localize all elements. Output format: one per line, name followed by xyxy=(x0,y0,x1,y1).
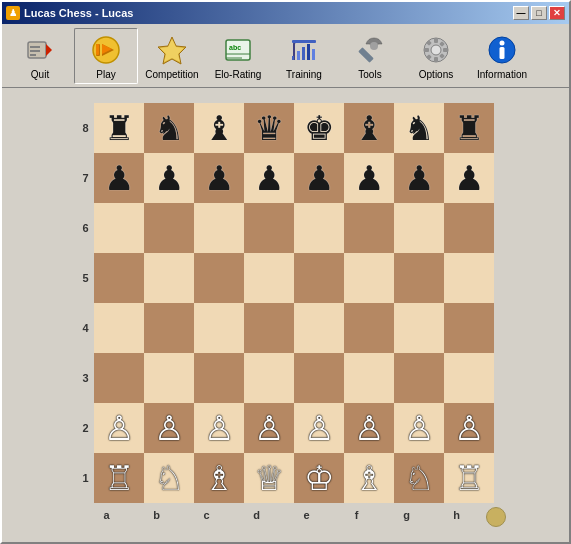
piece-f1: ♗ xyxy=(354,461,384,495)
square-c2[interactable]: ♙ xyxy=(194,403,244,453)
square-d8[interactable]: ♛ xyxy=(244,103,294,153)
training-icon xyxy=(286,32,322,68)
elo-icon: abc xyxy=(220,32,256,68)
tools-button[interactable]: Tools xyxy=(338,28,402,84)
board-rank-5: 5 xyxy=(78,253,494,303)
square-b8[interactable]: ♞ xyxy=(144,103,194,153)
square-f7[interactable]: ♟ xyxy=(344,153,394,203)
square-c8[interactable]: ♝ xyxy=(194,103,244,153)
square-e8[interactable]: ♚ xyxy=(294,103,344,153)
square-c5[interactable] xyxy=(194,253,244,303)
square-b3[interactable] xyxy=(144,353,194,403)
options-button[interactable]: Options xyxy=(404,28,468,84)
square-b5[interactable] xyxy=(144,253,194,303)
square-e5[interactable] xyxy=(294,253,344,303)
file-label-a: a xyxy=(82,507,132,523)
square-a2[interactable]: ♙ xyxy=(94,403,144,453)
square-g4[interactable] xyxy=(394,303,444,353)
play-button[interactable]: Play xyxy=(74,28,138,84)
quit-button[interactable]: Quit xyxy=(8,28,72,84)
square-h8[interactable]: ♜ xyxy=(444,103,494,153)
tools-label: Tools xyxy=(358,69,381,80)
square-a4[interactable] xyxy=(94,303,144,353)
board-rank-4: 4 xyxy=(78,303,494,353)
square-d1[interactable]: ♕ xyxy=(244,453,294,503)
rank-label-8: 8 xyxy=(78,103,94,153)
maximize-button[interactable]: □ xyxy=(531,6,547,20)
square-h6[interactable] xyxy=(444,203,494,253)
square-h1[interactable]: ♖ xyxy=(444,453,494,503)
minimize-button[interactable]: — xyxy=(513,6,529,20)
square-d6[interactable] xyxy=(244,203,294,253)
square-c7[interactable]: ♟ xyxy=(194,153,244,203)
information-button[interactable]: Information xyxy=(470,28,534,84)
square-a8[interactable]: ♜ xyxy=(94,103,144,153)
piece-h1: ♖ xyxy=(454,461,484,495)
square-g7[interactable]: ♟ xyxy=(394,153,444,203)
square-h7[interactable]: ♟ xyxy=(444,153,494,203)
square-g8[interactable]: ♞ xyxy=(394,103,444,153)
square-b4[interactable] xyxy=(144,303,194,353)
square-b6[interactable] xyxy=(144,203,194,253)
file-label-h: h xyxy=(432,507,482,523)
square-b1[interactable]: ♘ xyxy=(144,453,194,503)
square-e6[interactable] xyxy=(294,203,344,253)
square-a5[interactable] xyxy=(94,253,144,303)
square-b7[interactable]: ♟ xyxy=(144,153,194,203)
play-icon xyxy=(88,32,124,68)
square-g5[interactable] xyxy=(394,253,444,303)
square-e4[interactable] xyxy=(294,303,344,353)
square-e1[interactable]: ♔ xyxy=(294,453,344,503)
square-e7[interactable]: ♟ xyxy=(294,153,344,203)
square-a1[interactable]: ♖ xyxy=(94,453,144,503)
square-b2[interactable]: ♙ xyxy=(144,403,194,453)
square-a3[interactable] xyxy=(94,353,144,403)
square-g6[interactable] xyxy=(394,203,444,253)
square-f5[interactable] xyxy=(344,253,394,303)
file-label-e: e xyxy=(282,507,332,523)
rank-label-6: 6 xyxy=(78,203,94,253)
piece-h7: ♟ xyxy=(454,161,484,195)
rank-label-1: 1 xyxy=(78,453,94,503)
square-c3[interactable] xyxy=(194,353,244,403)
main-window: ♟ Lucas Chess - Lucas — □ ✕ Quit xyxy=(0,0,571,544)
square-f6[interactable] xyxy=(344,203,394,253)
svg-rect-4 xyxy=(30,54,36,56)
training-button[interactable]: Training xyxy=(272,28,336,84)
svg-rect-25 xyxy=(434,57,438,62)
square-g2[interactable]: ♙ xyxy=(394,403,444,453)
square-h5[interactable] xyxy=(444,253,494,303)
svg-point-33 xyxy=(500,40,505,45)
square-c6[interactable] xyxy=(194,203,244,253)
square-a6[interactable] xyxy=(94,203,144,253)
competition-button[interactable]: Competition xyxy=(140,28,204,84)
elo-rating-button[interactable]: abc Elo-Rating xyxy=(206,28,270,84)
square-d5[interactable] xyxy=(244,253,294,303)
square-e2[interactable]: ♙ xyxy=(294,403,344,453)
svg-point-21 xyxy=(370,42,378,50)
square-c4[interactable] xyxy=(194,303,244,353)
toolbar: Quit Play Compe xyxy=(2,24,569,88)
svg-rect-24 xyxy=(434,38,438,43)
square-d7[interactable]: ♟ xyxy=(244,153,294,203)
square-h2[interactable]: ♙ xyxy=(444,403,494,453)
square-c1[interactable]: ♗ xyxy=(194,453,244,503)
square-h4[interactable] xyxy=(444,303,494,353)
elo-label: Elo-Rating xyxy=(215,69,262,80)
square-f1[interactable]: ♗ xyxy=(344,453,394,503)
square-a7[interactable]: ♟ xyxy=(94,153,144,203)
square-d4[interactable] xyxy=(244,303,294,353)
square-g1[interactable]: ♘ xyxy=(394,453,444,503)
rank-label-7: 7 xyxy=(78,153,94,203)
square-f8[interactable]: ♝ xyxy=(344,103,394,153)
square-d2[interactable]: ♙ xyxy=(244,403,294,453)
square-g3[interactable] xyxy=(394,353,444,403)
square-f4[interactable] xyxy=(344,303,394,353)
square-f2[interactable]: ♙ xyxy=(344,403,394,453)
chess-board: 8♜♞♝♛♚♝♞♜7♟♟♟♟♟♟♟♟65432♙♙♙♙♙♙♙♙1♖♘♗♕♔♗♘♖ xyxy=(78,103,494,503)
square-d3[interactable] xyxy=(244,353,294,403)
close-button[interactable]: ✕ xyxy=(549,6,565,20)
square-e3[interactable] xyxy=(294,353,344,403)
square-h3[interactable] xyxy=(444,353,494,403)
square-f3[interactable] xyxy=(344,353,394,403)
